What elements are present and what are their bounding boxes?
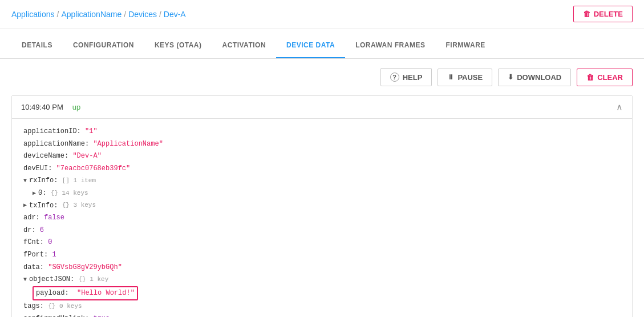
json-line-adr: adr: false xyxy=(23,212,621,224)
json-line-confirmeduplink: confirmedUplink: true xyxy=(23,313,621,317)
json-line-deveui: devEUI: "7eacbc0768eb39fc" xyxy=(23,163,621,175)
pause-icon: ⏸ xyxy=(447,73,454,81)
json-line-appname: applicationName: "ApplicationName" xyxy=(23,138,621,151)
breadcrumb-appname[interactable]: ApplicationName xyxy=(61,10,121,19)
download-icon: ⬇ xyxy=(508,73,513,81)
tab-activation[interactable]: ACTIVATION xyxy=(212,33,277,58)
json-line-devname: deviceName: "Dev-A" xyxy=(23,150,621,163)
breadcrumb-sep-2: / xyxy=(124,10,126,19)
tabs-bar: DETAILS CONFIGURATION KEYS (OTAA) ACTIVA… xyxy=(0,33,644,59)
breadcrumb-devices[interactable]: Devices xyxy=(128,10,157,19)
clear-button[interactable]: 🗑 CLEAR xyxy=(577,69,633,86)
breadcrumb-sep-3: / xyxy=(159,10,161,19)
tab-firmware[interactable]: FIRMWARE xyxy=(435,33,495,58)
direction-badge: up xyxy=(72,103,80,111)
data-entry-header: 10:49:40 PM up ∧ xyxy=(12,96,632,119)
json-line-data: data: "SGVsbG8gV29ybGQh" xyxy=(23,262,621,274)
download-button[interactable]: ⬇ DOWNLOAD xyxy=(498,69,571,86)
breadcrumb-sep-1: / xyxy=(57,10,59,19)
help-button[interactable]: ? HELP xyxy=(380,68,432,86)
toolbar: ? HELP ⏸ PAUSE ⬇ DOWNLOAD 🗑 CLEAR xyxy=(0,59,644,95)
json-line-fport: fPort: 1 xyxy=(23,249,621,262)
breadcrumb-current: Dev-A xyxy=(164,10,186,19)
timestamp: 10:49:40 PM xyxy=(21,103,63,111)
json-line-payload: payload: "Hello World!" xyxy=(23,286,621,301)
json-line-fcnt: fCnt: 0 xyxy=(23,236,621,249)
delete-button[interactable]: 🗑 DELETE xyxy=(573,6,633,22)
json-line-rxinfo-0: ▶ 0: {} 14 keys xyxy=(23,187,621,200)
json-line-tags: tags: {} 0 keys xyxy=(23,300,621,313)
tab-keys-otaa[interactable]: KEYS (OTAA) xyxy=(144,33,212,58)
header: Applications / ApplicationName / Devices… xyxy=(0,0,644,29)
delete-label: DELETE xyxy=(594,10,623,18)
clear-trash-icon: 🗑 xyxy=(586,73,594,82)
json-line-txinfo: ▶ txInfo: {} 3 keys xyxy=(23,200,621,212)
data-header-left: 10:49:40 PM up xyxy=(21,103,80,111)
json-line-objectjson: ▼ objectJSON: {} 1 key xyxy=(23,274,621,286)
tab-details[interactable]: DETAILS xyxy=(11,33,63,58)
help-icon: ? xyxy=(390,73,399,82)
json-line-dr: dr: 6 xyxy=(23,224,621,237)
tab-lorawan-frames[interactable]: LORAWAN FRAMES xyxy=(345,33,435,58)
tab-configuration[interactable]: CONFIGURATION xyxy=(63,33,144,58)
data-panel: 10:49:40 PM up ∧ applicationID: "1" appl… xyxy=(11,95,633,317)
json-line-appid: applicationID: "1" xyxy=(23,126,621,138)
trash-icon: 🗑 xyxy=(583,10,590,18)
collapse-icon[interactable]: ∧ xyxy=(616,102,623,113)
payload-highlighted: payload: "Hello World!" xyxy=(33,286,138,301)
breadcrumb: Applications / ApplicationName / Devices… xyxy=(11,10,186,19)
tab-device-data[interactable]: DEVICE DATA xyxy=(276,33,345,58)
json-line-rxinfo: ▼ rxInfo: [] 1 item xyxy=(23,175,621,187)
pause-button[interactable]: ⏸ PAUSE xyxy=(438,69,492,86)
json-tree: applicationID: "1" applicationName: "App… xyxy=(12,119,632,317)
breadcrumb-applications[interactable]: Applications xyxy=(11,10,55,19)
